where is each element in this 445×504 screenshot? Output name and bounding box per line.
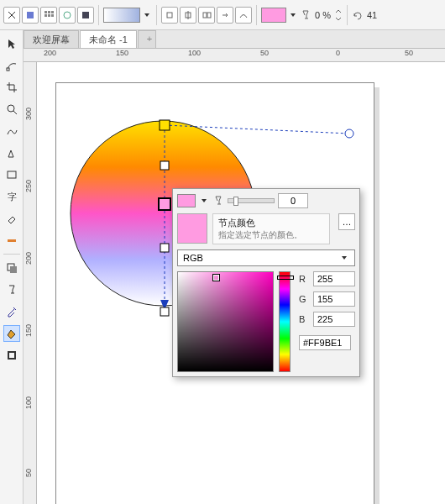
outline-tool[interactable] <box>3 347 20 364</box>
gradient-swirl-button[interactable] <box>59 7 76 24</box>
ruler-h-tick: 50 <box>405 49 413 57</box>
color-model-select[interactable]: RGB <box>177 249 355 266</box>
ruler-h-tick: 150 <box>116 49 128 57</box>
eraser-tool[interactable] <box>3 210 20 227</box>
g-label: G <box>299 294 308 304</box>
document-tabs: 欢迎屏幕 未命名 -1 + <box>0 30 445 49</box>
transparency-tool[interactable] <box>3 281 20 298</box>
shape-edit-tool[interactable] <box>3 57 20 74</box>
repeat-direct-button[interactable] <box>198 7 215 24</box>
gradient-preview[interactable] <box>103 8 140 23</box>
b-input[interactable]: 225 <box>313 312 355 327</box>
rect-tool[interactable] <box>3 166 20 183</box>
node-color-popup: 0 节点颜色 指定选定节点的颜色。 … RGB R 255 G 155 <box>172 188 360 377</box>
reverse-button[interactable] <box>217 7 233 24</box>
node-description: 节点颜色 指定选定节点的颜色。 <box>212 213 330 244</box>
svg-rect-2 <box>27 12 34 18</box>
shadow-tool[interactable] <box>3 260 20 276</box>
pointer-tool[interactable] <box>3 35 20 52</box>
svg-rect-16 <box>7 68 9 71</box>
big-color-swatch <box>177 213 207 244</box>
side-toolbox: 字 <box>0 30 24 504</box>
gradient-grid-button[interactable] <box>40 7 57 24</box>
gradient-dropdown-caret[interactable] <box>144 13 149 17</box>
zoom-tool[interactable] <box>3 101 20 118</box>
ruler-horizontal: 200 150 100 50 0 50 <box>24 49 445 62</box>
gradient-node[interactable] <box>160 244 169 252</box>
svg-rect-6 <box>44 14 47 17</box>
r-input[interactable]: 255 <box>313 271 355 286</box>
gradient-start-node[interactable] <box>160 120 170 130</box>
gradient-type-linear-button[interactable] <box>3 7 20 24</box>
svg-rect-5 <box>51 11 54 13</box>
gradient-mesh-button[interactable] <box>77 7 94 24</box>
tab-document[interactable]: 未命名 -1 <box>80 30 137 48</box>
gradient-node[interactable] <box>160 161 169 170</box>
gradient-end-node[interactable] <box>160 307 169 316</box>
ruler-h-tick: 200 <box>44 49 56 57</box>
top-toolbar: 0 % 41 <box>0 0 445 30</box>
rotate-value[interactable]: 41 <box>367 10 377 20</box>
ruler-v-tick: 200 <box>24 252 33 265</box>
repeat-reflect-button[interactable] <box>180 7 196 24</box>
svg-rect-10 <box>82 12 89 18</box>
svg-rect-14 <box>203 13 207 18</box>
tab-welcome[interactable]: 欢迎屏幕 <box>24 30 79 48</box>
smooth-button[interactable] <box>235 7 252 24</box>
saturation-value-field[interactable] <box>177 271 274 372</box>
svg-rect-11 <box>167 13 172 18</box>
eyedropper-tool[interactable] <box>3 303 20 320</box>
svg-rect-8 <box>51 14 54 17</box>
opacity-spinner-icon[interactable] <box>334 9 343 21</box>
ruler-v-tick: 250 <box>24 180 33 192</box>
svg-rect-24 <box>8 352 15 359</box>
fill-tool[interactable] <box>3 325 20 342</box>
opacity-value[interactable]: 0 % <box>315 10 331 20</box>
ruler-h-tick: 100 <box>188 49 201 57</box>
ruler-v-tick: 300 <box>24 108 33 120</box>
svg-text:字: 字 <box>8 192 17 202</box>
g-input[interactable]: 155 <box>313 291 355 307</box>
node-color-dropdown-caret[interactable] <box>291 13 296 17</box>
repeat-none-button[interactable] <box>161 7 178 24</box>
ruler-vertical: 300 250 200 150 100 50 <box>24 62 37 504</box>
hex-input[interactable]: #FF9BE1 <box>299 335 351 350</box>
popup-swatch[interactable] <box>177 194 196 207</box>
freehand-tool[interactable] <box>3 123 20 139</box>
svg-line-18 <box>13 111 17 114</box>
svg-rect-21 <box>8 239 16 242</box>
hue-cursor[interactable] <box>277 276 294 280</box>
more-options-button[interactable]: … <box>338 213 355 230</box>
wineglass-icon <box>300 9 312 21</box>
sv-cursor[interactable] <box>213 275 219 281</box>
ruler-v-tick: 50 <box>24 469 33 477</box>
svg-point-17 <box>8 105 14 112</box>
divider-tool <box>3 254 20 255</box>
svg-point-9 <box>64 12 71 18</box>
gradient-node-selected[interactable] <box>159 198 170 210</box>
svg-rect-23 <box>10 266 17 273</box>
pen-tool[interactable] <box>3 144 20 161</box>
ruler-v-tick: 100 <box>24 396 33 409</box>
b-label: B <box>299 314 308 324</box>
transparency-value-input[interactable]: 0 <box>278 193 308 208</box>
svg-rect-3 <box>44 11 47 13</box>
svg-rect-4 <box>48 11 50 13</box>
wineglass-icon <box>212 195 224 207</box>
transparency-slider[interactable] <box>228 198 275 203</box>
gradient-angle-handle[interactable] <box>345 129 353 138</box>
node-color-swatch[interactable] <box>261 8 286 23</box>
svg-rect-19 <box>8 171 16 178</box>
popup-swatch-caret[interactable] <box>202 199 207 202</box>
rotate-icon <box>352 9 364 21</box>
svg-rect-7 <box>48 14 50 17</box>
hue-strip[interactable] <box>279 271 291 372</box>
crop-tool[interactable] <box>3 79 20 96</box>
text-tool[interactable]: 字 <box>3 188 20 205</box>
svg-rect-15 <box>207 13 211 18</box>
ruler-h-tick: 0 <box>336 49 340 57</box>
slider-knob[interactable] <box>233 197 238 206</box>
gradient-type-radial-button[interactable] <box>22 7 39 24</box>
tab-add[interactable]: + <box>138 30 156 48</box>
dropper-tool[interactable] <box>3 232 20 249</box>
